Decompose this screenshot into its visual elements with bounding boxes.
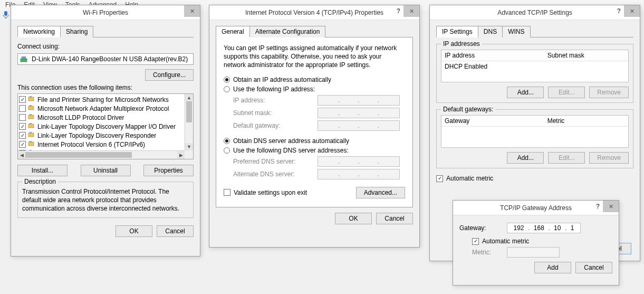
dialog-title: Advanced TCP/IP Settings [430,9,640,16]
microphone-icon[interactable] [2,11,9,19]
list-item[interactable]: Link-Layer Topology Discovery Mapper I/O… [19,122,184,131]
default-gateway-field: ... [318,120,400,131]
advanced-button[interactable]: Advanced... [356,187,405,198]
dialog-title: TCP/IP Gateway Address [453,204,619,212]
cancel-button[interactable]: Cancel [157,225,194,237]
general-panel: You can get IP settings assigned automat… [216,37,413,207]
radio-manual-dns[interactable]: Use the following DNS server addresses: [224,147,405,154]
connect-using-label: Connect using: [17,43,194,50]
tabstrip: IP Settings DNS WINS [436,25,633,37]
scroll-thumb[interactable] [186,101,192,122]
svg-rect-11 [30,123,32,125]
adapter-field[interactable]: D-Link DWA-140 RangeBooster N USB Adapte… [17,53,194,65]
add-button[interactable]: Add [534,262,571,273]
cancel-button[interactable]: Cancel [376,213,413,224]
tabstrip: Networking Sharing [17,25,194,37]
checkbox-icon[interactable] [19,96,26,103]
metric-field [507,247,560,258]
protocol-icon [28,105,35,112]
uninstall-button[interactable]: Uninstall [81,165,131,176]
tab-dns[interactable]: DNS [478,26,503,37]
close-button[interactable]: ✕ [184,5,200,17]
validate-checkbox[interactable]: Validate settings upon exit [224,189,307,196]
auto-metric-checkbox[interactable]: Automatic metric [436,175,633,182]
svg-rect-9 [30,114,32,116]
checkbox-icon [224,189,230,196]
list-item-label: Internet Protocol Version 6 (TCP/IPv6) [37,141,145,148]
list-item[interactable]: File and Printer Sharing for Microsoft N… [19,95,184,104]
list-item[interactable]: Internet Protocol Version 6 (TCP/IPv6) [19,140,184,149]
gateway-field[interactable]: 192. 168. 10. 1 [507,223,581,233]
configure-button[interactable]: Configure... [145,69,194,81]
protocol-icon [28,131,35,139]
close-button[interactable]: ✕ [603,201,619,212]
items-listbox[interactable]: File and Printer Sharing for Microsoft N… [17,93,194,159]
help-icon[interactable]: ? [596,203,600,210]
checkbox-icon[interactable] [19,141,26,148]
ip-addresses-table[interactable]: IP addressSubnet mask DHCP Enabled [441,50,629,82]
ip-address-field: ... [318,95,400,106]
alternate-dns-label: Alternate DNS server: [233,170,318,178]
list-item[interactable]: Microsoft Network Adapter Multiplexor Pr… [19,104,184,113]
svg-rect-4 [28,97,34,101]
remove-button: Remove [589,87,629,98]
svg-rect-3 [22,56,26,59]
tab-ip-settings[interactable]: IP Settings [436,26,478,37]
radio-icon [224,138,230,144]
checkbox-icon[interactable] [19,132,26,139]
tab-general[interactable]: General [216,26,250,37]
auto-metric-checkbox[interactable]: Automatic metric [472,238,612,245]
protocol-icon [28,122,35,130]
default-gateways-group: Default gateways: GatewayMetric Add... E… [436,109,633,168]
gateways-table[interactable]: GatewayMetric [441,115,629,148]
tabstrip: General Alternate Configuration [216,25,413,37]
hscroll-thumb[interactable] [25,152,132,158]
tab-sharing[interactable]: Sharing [60,26,93,37]
ipv4-properties-dialog: Internet Protocol Version 4 (TCP/IPv4) P… [209,5,420,248]
close-button[interactable]: ✕ [624,5,640,17]
svg-rect-13 [30,132,32,134]
ok-button[interactable]: OK [116,225,152,237]
list-item-label: Link-Layer Topology Discovery Mapper I/O… [37,123,176,130]
radio-icon [224,86,230,92]
preferred-dns-label: Preferred DNS server: [233,158,318,165]
vertical-scrollbar[interactable]: ▲ ▼ [185,94,193,150]
table-row[interactable]: DHCP Enabled [441,61,628,72]
ok-button[interactable]: OK [335,213,372,224]
gateway-label: Gateway: [459,224,507,232]
protocol-icon [28,113,35,121]
tab-networking[interactable]: Networking [17,26,61,37]
col-subnet-mask: Subnet mask [544,50,588,61]
help-icon[interactable]: ? [397,7,400,15]
list-item[interactable]: Microsoft LLDP Protocol Driver [19,113,184,122]
scroll-down-icon[interactable]: ▼ [185,143,193,150]
radio-auto-dns[interactable]: Obtain DNS server address automatically [224,137,405,145]
radio-icon [224,147,230,154]
install-button[interactable]: Install... [17,165,68,176]
description-group: Description Transmission Control Protoco… [17,182,194,218]
scroll-right-icon[interactable]: ▶ [177,151,185,159]
horizontal-scrollbar[interactable]: ◀ ▶ [18,150,185,159]
list-item[interactable]: Link-Layer Topology Discovery Responder [19,131,184,140]
tab-wins[interactable]: WINS [502,26,530,37]
tab-alternate[interactable]: Alternate Configuration [249,26,326,37]
add-button[interactable]: Add... [507,87,544,98]
radio-manual-ip[interactable]: Use the following IP address: [224,86,405,93]
svg-rect-6 [28,106,34,110]
svg-rect-5 [30,96,32,98]
edit-button: Edit... [548,152,585,164]
checkbox-icon[interactable] [19,114,26,121]
checkbox-icon[interactable] [19,105,26,112]
scroll-left-icon[interactable]: ◀ [18,151,25,159]
cancel-button[interactable]: Cancel [575,262,612,273]
close-button[interactable]: ✕ [403,5,419,17]
scroll-up-icon[interactable]: ▲ [185,94,193,101]
properties-button[interactable]: Properties [143,165,194,176]
intro-text: You can get IP settings assigned automat… [224,44,405,70]
protocol-icon [28,96,35,103]
add-button[interactable]: Add... [507,152,544,164]
checkbox-icon[interactable] [19,123,26,130]
radio-auto-ip[interactable]: Obtain an IP address automatically [224,76,405,83]
help-icon[interactable]: ? [617,7,621,15]
svg-rect-7 [30,105,32,107]
